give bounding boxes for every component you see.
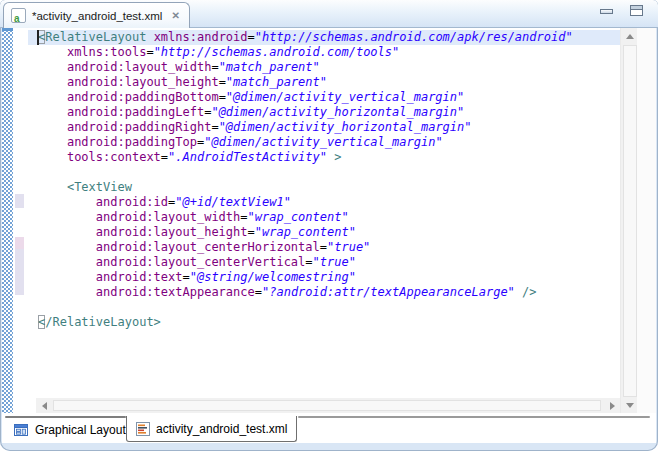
horizontal-scrollbar[interactable] <box>36 398 620 413</box>
tab-bar-border <box>5 416 126 418</box>
bottom-tab-bar: Graphical Layout activity_android_test.x… <box>2 413 656 443</box>
code-line[interactable]: android:textAppearance="?android:attr/te… <box>38 285 620 300</box>
code-line[interactable]: android:text="@string/welcomestring" <box>38 270 620 285</box>
code-line[interactable]: android:layout_width="wrap_content" <box>38 210 620 225</box>
maximize-icon-titlebar <box>631 6 642 10</box>
code-editor[interactable]: <RelativeLayout xmlns:android="http://sc… <box>28 28 620 397</box>
editor-tab-title: *activity_android_test.xml <box>32 10 162 22</box>
android-xml-file-icon: a <box>11 8 26 23</box>
eclipse-editor-window: a *activity_android_test.xml ✕ <Relative… <box>0 0 658 451</box>
tab-label: activity_android_test.xml <box>156 422 287 436</box>
code-line[interactable]: android:paddingTop="@dimen/activity_vert… <box>38 135 620 150</box>
code-line[interactable]: android:layout_height="match_parent" <box>38 75 620 90</box>
xml-source-icon <box>136 422 150 436</box>
horizontal-scrollbar-thumb[interactable] <box>53 400 601 411</box>
scroll-right-icon[interactable] <box>604 398 620 413</box>
code-line[interactable]: android:layout_height="wrap_content" <box>38 225 620 240</box>
tab-bar-border <box>298 416 650 418</box>
vertical-scrollbar[interactable] <box>620 28 637 413</box>
tab-activity-android-test-xml-source[interactable]: activity_android_test.xml <box>126 416 297 442</box>
minimize-view-icon[interactable] <box>600 9 613 14</box>
tab-activity-android-test-xml[interactable]: a *activity_android_test.xml ✕ <box>3 2 190 28</box>
diff-change-marker <box>15 237 24 249</box>
quick-diff-ruler <box>13 28 28 413</box>
code-line[interactable]: android:paddingRight="@dimen/activity_ho… <box>38 120 620 135</box>
scroll-left-icon[interactable] <box>36 398 52 413</box>
code-line[interactable]: <RelativeLayout xmlns:android="http://sc… <box>28 30 620 45</box>
code-line[interactable]: android:layout_centerVertical="true" <box>38 255 620 270</box>
close-tab-icon[interactable]: ✕ <box>171 10 179 21</box>
diff-change-marker <box>15 194 24 208</box>
ruler-current-line-marker <box>2 28 13 31</box>
code-line[interactable]: android:layout_width="match_parent" <box>38 60 620 75</box>
tab-label: Graphical Layout <box>35 423 126 437</box>
code-line[interactable]: </RelativeLayout> <box>38 315 620 330</box>
code-line[interactable]: android:paddingBottom="@dimen/activity_v… <box>38 90 620 105</box>
code-line[interactable] <box>38 300 620 315</box>
code-line[interactable]: android:layout_centerHorizontal="true" <box>38 240 620 255</box>
code-line[interactable] <box>38 165 620 180</box>
overview-ruler <box>637 28 656 413</box>
editor-tab-strip: a *activity_android_test.xml ✕ <box>0 0 658 28</box>
text-cursor <box>37 30 39 45</box>
vertical-scrollbar-thumb[interactable] <box>623 45 637 397</box>
maximize-view-icon[interactable] <box>630 5 643 16</box>
code-line[interactable]: xmlns:tools="http://schemas.android.com/… <box>38 45 620 60</box>
xml-editor-region: <RelativeLayout xmlns:android="http://sc… <box>2 28 656 413</box>
tab-graphical-layout[interactable]: Graphical Layout <box>7 419 132 441</box>
code-line[interactable]: android:paddingLeft="@dimen/activity_hor… <box>38 105 620 120</box>
code-line[interactable]: <TextView <box>38 180 620 195</box>
graphical-layout-icon <box>13 422 29 438</box>
code-line[interactable]: android:id="@+id/textView1" <box>38 195 620 210</box>
annotation-ruler <box>2 28 13 413</box>
scroll-up-icon[interactable] <box>621 28 638 44</box>
scroll-down-icon[interactable] <box>621 397 638 413</box>
code-line[interactable]: tools:context=".AndroidTestActivity" > <box>38 150 620 165</box>
diff-change-marker <box>15 249 24 295</box>
